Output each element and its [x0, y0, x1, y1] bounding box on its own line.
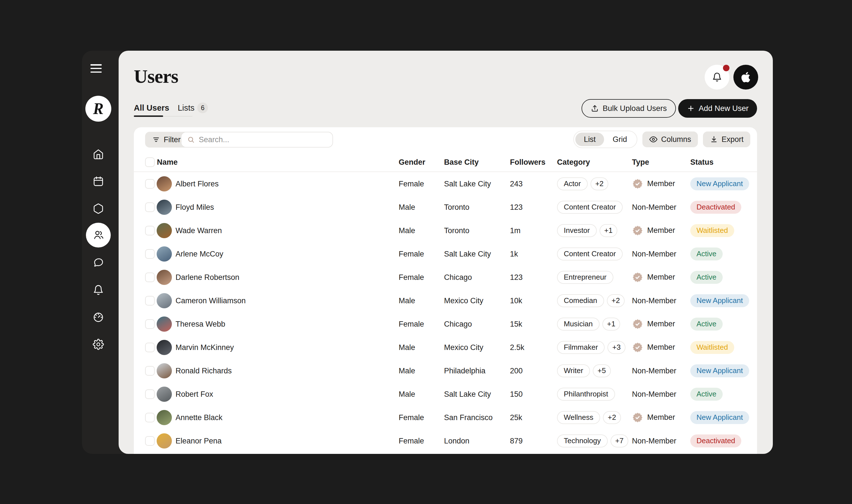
profile-avatar[interactable] [733, 65, 758, 90]
search-box [181, 132, 333, 147]
table-row[interactable]: Theresa Webb Female Chicago 15k Musician… [134, 312, 757, 336]
user-base-city: Philadelphia [444, 366, 485, 375]
category-cell: Actor +2 [557, 177, 608, 190]
notifications-button[interactable] [705, 65, 729, 90]
row-checkbox[interactable] [145, 413, 155, 422]
category-extra-pill[interactable]: +2 [603, 411, 621, 424]
view-toggle-grid[interactable]: Grid [604, 132, 635, 146]
status-cell: Active [690, 388, 723, 401]
logo-letter: R [93, 100, 103, 118]
category-pill[interactable]: Philanthropist [557, 388, 615, 401]
status-badge: New Applicant [690, 294, 749, 307]
row-checkbox[interactable] [145, 249, 155, 259]
table-row[interactable]: Robert Fox Male Salt Lake City 150 Phila… [134, 382, 757, 406]
category-pill[interactable]: Actor [557, 177, 588, 190]
columns-button[interactable]: Columns [642, 131, 698, 147]
bulk-upload-button[interactable]: Bulk Upload Users [581, 99, 676, 118]
column-header-gender: Gender [399, 158, 425, 167]
menu-icon[interactable] [90, 64, 106, 73]
row-checkbox[interactable] [145, 343, 155, 352]
row-checkbox[interactable] [145, 436, 155, 446]
row-checkbox[interactable] [145, 319, 155, 329]
view-toggle-list[interactable]: List [575, 132, 604, 146]
category-pill[interactable]: Content Creator [557, 248, 623, 260]
user-type: Non-Member [632, 203, 677, 212]
row-checkbox[interactable] [145, 179, 155, 188]
row-checkbox[interactable] [145, 226, 155, 235]
table-row[interactable]: Darlene Robertson Female Chicago 123 Ent… [134, 266, 757, 289]
category-pill[interactable]: Entrepreneur [557, 271, 613, 284]
users-icon [93, 230, 104, 241]
table-row[interactable]: Eleanor Pena Female London 879 Technolog… [134, 429, 757, 452]
table-row[interactable]: Floyd Miles Male Toronto 123 Content Cre… [134, 195, 757, 219]
sidebar-item-notifications[interactable] [86, 277, 111, 302]
table-row[interactable]: Annette Black Female San Francisco 25k W… [134, 406, 757, 429]
user-followers: 1m [510, 226, 521, 235]
category-pill[interactable]: Wellness [557, 411, 600, 424]
category-extra-pill[interactable]: +1 [602, 318, 621, 330]
category-pill[interactable]: Content Creator [557, 201, 623, 214]
row-checkbox[interactable] [145, 366, 155, 376]
sidebar-item-dashboard[interactable] [86, 305, 111, 330]
status-badge: Active [690, 271, 723, 284]
category-extra-pill[interactable]: +2 [607, 294, 625, 307]
table-row[interactable]: Marvin McKinney Male Mexico City 2.5k Fi… [134, 336, 757, 359]
category-pill[interactable]: Writer [557, 364, 590, 377]
category-extra-pill[interactable]: +1 [599, 224, 618, 237]
sidebar-item-calendar[interactable] [86, 169, 111, 194]
export-button[interactable]: Export [703, 131, 750, 147]
category-pill[interactable]: Musician [557, 318, 599, 330]
row-checkbox[interactable] [145, 273, 155, 282]
category-extra-pill[interactable]: +2 [591, 177, 609, 190]
category-extra-pill[interactable]: +3 [607, 341, 625, 354]
status-badge: Active [690, 318, 723, 330]
row-checkbox[interactable] [145, 202, 155, 212]
user-name: Marvin McKinney [175, 343, 234, 352]
member-seal-icon [632, 272, 643, 283]
table-row[interactable]: Albert Flores Female Salt Lake City 243 … [134, 172, 757, 195]
row-checkbox[interactable] [145, 390, 155, 399]
category-cell: Content Creator [557, 248, 623, 260]
sidebar-item-users[interactable] [86, 223, 111, 248]
category-pill[interactable]: Filmmaker [557, 341, 605, 354]
user-type: Member [647, 273, 675, 282]
type-cell: Member [632, 178, 675, 190]
type-cell: Member [632, 225, 675, 236]
user-name: Robert Fox [175, 390, 213, 398]
tab-all-users[interactable]: All Users [134, 103, 169, 113]
search-input[interactable] [198, 136, 327, 144]
category-pill[interactable]: Technology [557, 434, 608, 447]
tab-bar: All Users Lists 6 [134, 103, 208, 113]
tab-lists[interactable]: Lists 6 [178, 103, 208, 113]
user-followers: 1k [510, 250, 518, 258]
type-cell: Member [632, 319, 675, 330]
column-header-base-city: Base City [444, 158, 479, 167]
user-gender: Male [399, 390, 415, 398]
brand-logo[interactable]: R [85, 96, 111, 122]
category-pill[interactable]: Comedian [557, 294, 604, 307]
sidebar-item-settings[interactable] [86, 332, 111, 357]
table-row[interactable]: Ronald Richards Male Philadelphia 200 Wr… [134, 359, 757, 382]
user-name: Albert Flores [175, 179, 219, 188]
category-extra-pill[interactable]: +5 [593, 364, 611, 377]
table-row[interactable]: Cameron Williamson Male Mexico City 10k … [134, 289, 757, 312]
add-new-user-button[interactable]: Add New User [678, 99, 757, 118]
upload-icon [591, 104, 599, 113]
sidebar-item-home[interactable] [86, 142, 111, 167]
sidebar-item-box[interactable] [86, 196, 111, 221]
avatar [157, 176, 172, 192]
select-all-checkbox[interactable] [145, 157, 155, 167]
type-cell: Non-Member [632, 296, 677, 305]
download-icon [710, 135, 718, 144]
row-checkbox[interactable] [145, 296, 155, 306]
table-row[interactable]: Wade Warren Male Toronto 1m Investor +1 … [134, 219, 757, 242]
user-base-city: Salt Lake City [444, 179, 491, 188]
view-toggle: List Grid [573, 131, 637, 148]
table-row[interactable]: Arlene McCoy Female Salt Lake City 1k Co… [134, 242, 757, 266]
status-cell: Deactivated [690, 434, 741, 447]
sidebar-item-messages[interactable] [86, 250, 111, 275]
category-extra-pill[interactable]: +7 [611, 434, 629, 447]
category-cell: Philanthropist [557, 388, 615, 401]
category-pill[interactable]: Investor [557, 224, 597, 237]
user-name: Theresa Webb [175, 320, 225, 328]
